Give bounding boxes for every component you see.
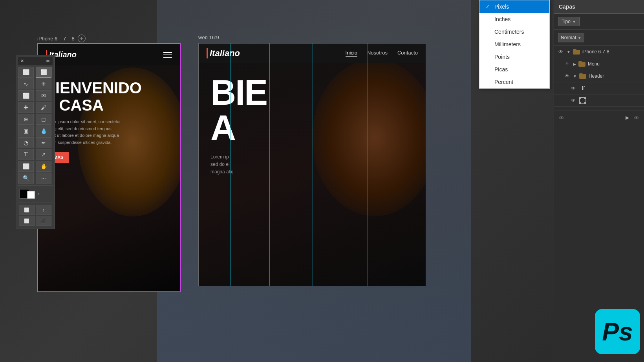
web-nav-nosotros: Nosotros xyxy=(367,50,388,57)
magic-wand-tool[interactable]: ✳ xyxy=(36,78,51,89)
brush-tool[interactable]: 🖌 xyxy=(36,102,51,113)
dropdown-pixels[interactable]: ✓ Pixels xyxy=(479,0,549,13)
iphone-hero-content: BIENVENIDOA CASA Lorem ipsum dolor sit a… xyxy=(44,79,180,163)
dropdown-points[interactable]: Points xyxy=(479,51,549,63)
lasso-tool[interactable]: ∿ xyxy=(18,78,34,89)
swap-mode-btn[interactable]: ↕ xyxy=(36,205,51,215)
web-frame-label-text: web 16:9 xyxy=(198,35,219,40)
guide-line-2 xyxy=(269,44,270,286)
expand-layer-btn[interactable]: ▶ xyxy=(626,115,629,121)
crop-tool[interactable]: ⬜ xyxy=(18,90,34,101)
layer-text[interactable]: 👁 T xyxy=(554,82,644,95)
capas-title: Capas xyxy=(559,4,575,10)
path-selection-tool[interactable]: ↗ xyxy=(36,149,51,160)
panel-controls: Tipo ▼ xyxy=(554,14,644,30)
capas-header: Capas xyxy=(554,0,644,14)
layer-menu-visibility[interactable]: 👁 xyxy=(564,60,571,67)
gradient-tool[interactable]: ▣ xyxy=(18,126,34,136)
layer-header-visibility[interactable]: 👁 xyxy=(564,73,571,80)
dropdown-percent-label: Percent xyxy=(494,79,513,85)
toolbox-close-btn[interactable]: ✕ xyxy=(20,58,24,64)
toolbox-divider-2 xyxy=(18,202,53,202)
layer-transform[interactable]: 👁 xyxy=(554,95,644,107)
unit-dropdown: ✓ Pixels Inches Centimeters Millimeters … xyxy=(479,0,550,89)
ps-logo-container: Ps xyxy=(595,309,640,354)
layer-header-expand[interactable]: ▼ xyxy=(573,74,577,78)
slice-tool[interactable]: ✉ xyxy=(36,90,51,101)
iphone-hero-title: BIENVENIDOA CASA xyxy=(44,79,180,114)
layer-text-icon: T xyxy=(579,85,586,92)
guide-line-4 xyxy=(368,44,368,286)
layer-header-name: Header xyxy=(589,73,641,79)
iphone-frame-label-text: iPhone 6 – 7 – 8 xyxy=(37,36,75,42)
iphone-design-frame: Italiano BIENVENIDOA CASA Lorem ipsum do… xyxy=(37,43,181,292)
dropdown-cm-label: Centimeters xyxy=(494,29,524,35)
layer-iphone-visibility[interactable]: 👁 xyxy=(557,48,564,55)
dropdown-percent[interactable]: Percent xyxy=(479,76,549,88)
dropdown-pixels-label: Pixels xyxy=(494,4,509,10)
background-color[interactable] xyxy=(27,191,35,199)
web-nav-inicio: Inicio xyxy=(346,50,357,57)
dodge-tool[interactable]: ◔ xyxy=(18,137,34,148)
guide-line-1 xyxy=(230,44,231,286)
screen-mode-btn[interactable]: ⬛ xyxy=(36,216,51,226)
layer-iphone-folder-icon xyxy=(573,49,580,55)
web-nav: Italiano Inicio Nosotros Contacto xyxy=(199,44,426,63)
toolbox-collapse-btn[interactable]: ≫ xyxy=(46,58,50,64)
blend-controls: Normal ▼ xyxy=(554,30,644,46)
mask-mode-tool[interactable]: ⬜ xyxy=(19,205,35,215)
frame-mode-tool[interactable]: ⬜ xyxy=(19,216,35,226)
toolbox-panel: ✕ ≫ ⬜ ⬜ ∿ ✳ ⬜ ✉ ✚ 🖌 ⊕ ◻ ▣ 💧 ◔ ✒ T ↗ ⬜ ✋ … xyxy=(16,55,55,229)
more-tools-btn[interactable]: ··· xyxy=(36,173,51,184)
layer-iphone[interactable]: 👁 ▼ iPhone 6-7-8 xyxy=(554,46,644,58)
zoom-tool[interactable]: 🔍 xyxy=(18,173,34,184)
layer-bottom-controls: 👁 ▶ 👁 xyxy=(554,111,644,125)
iphone-nav: Italiano xyxy=(38,44,180,65)
blend-mode-select[interactable]: Normal ▼ xyxy=(558,33,584,42)
healing-tool[interactable]: ✚ xyxy=(18,102,34,113)
hand-tool[interactable]: ✋ xyxy=(36,161,51,172)
move-tool[interactable]: ⬜ xyxy=(18,67,34,78)
layers-panel: Capas Tipo ▼ Normal ▼ 👁 ▼ iPhone 6-7-8 👁… xyxy=(554,0,644,362)
dropdown-centimeters[interactable]: Centimeters xyxy=(479,25,549,38)
dropdown-points-label: Points xyxy=(494,54,510,60)
web-logo: Italiano xyxy=(207,48,240,58)
web-hero-title: BIE xyxy=(210,75,267,110)
bottom-eye-2[interactable]: 👁 xyxy=(634,115,639,121)
iphone-hero-text: Lorem ipsum dolor sit amet, consectetura… xyxy=(44,118,130,146)
iphone-add-frame-btn[interactable]: + xyxy=(78,35,86,42)
dropdown-picas-label: Picas xyxy=(494,66,508,73)
bottom-eye-1[interactable]: 👁 xyxy=(559,115,564,121)
web-hero-subtitle: A xyxy=(210,110,267,146)
eraser-tool[interactable]: ◻ xyxy=(36,114,51,125)
dropdown-millimeters[interactable]: Millimeters xyxy=(479,38,549,51)
layer-menu-expand[interactable]: ▶ xyxy=(573,62,576,66)
layer-transform-visibility[interactable]: 👁 xyxy=(570,97,577,104)
layer-header[interactable]: 👁 ▼ Header xyxy=(554,70,644,82)
shape-tool[interactable]: ⬜ xyxy=(18,161,34,172)
web-hero-content: BIE A Lorem ipsed do elmagna aliq xyxy=(210,75,267,176)
tipo-label: Tipo xyxy=(562,19,571,24)
clone-tool[interactable]: ⊕ xyxy=(18,114,34,125)
blend-arrow-icon: ▼ xyxy=(578,36,582,40)
color-swatches: ↕ xyxy=(18,187,53,200)
dropdown-inches-label: Inches xyxy=(494,16,510,22)
layer-text-visibility[interactable]: 👁 xyxy=(570,85,577,92)
dropdown-inches[interactable]: Inches xyxy=(479,13,549,25)
web-design-frame: Italiano Inicio Nosotros Contacto BIE A … xyxy=(198,43,426,286)
layer-menu[interactable]: 👁 ▶ Menu xyxy=(554,58,644,70)
swap-colors-btn[interactable]: ↕ xyxy=(38,192,40,196)
selection-tool[interactable]: ⬜ xyxy=(36,67,51,78)
tool-grid: ⬜ ⬜ ∿ ✳ ⬜ ✉ ✚ 🖌 ⊕ ◻ ▣ 💧 ◔ ✒ T ↗ ⬜ ✋ 🔍 ··… xyxy=(18,67,53,184)
blur-tool[interactable]: 💧 xyxy=(36,126,51,136)
dropdown-mm-label: Millimeters xyxy=(494,41,521,47)
pen-tool[interactable]: ✒ xyxy=(36,137,51,148)
dropdown-picas[interactable]: Picas xyxy=(479,63,549,76)
hamburger-menu[interactable] xyxy=(163,52,172,58)
layer-header-folder-icon xyxy=(579,73,586,79)
type-tool[interactable]: T xyxy=(18,149,34,160)
layer-menu-folder-icon xyxy=(578,61,585,67)
tipo-select[interactable]: Tipo ▼ xyxy=(558,17,580,26)
layer-iphone-expand[interactable]: ▼ xyxy=(567,50,571,54)
ps-logo-text: Ps xyxy=(602,317,633,346)
